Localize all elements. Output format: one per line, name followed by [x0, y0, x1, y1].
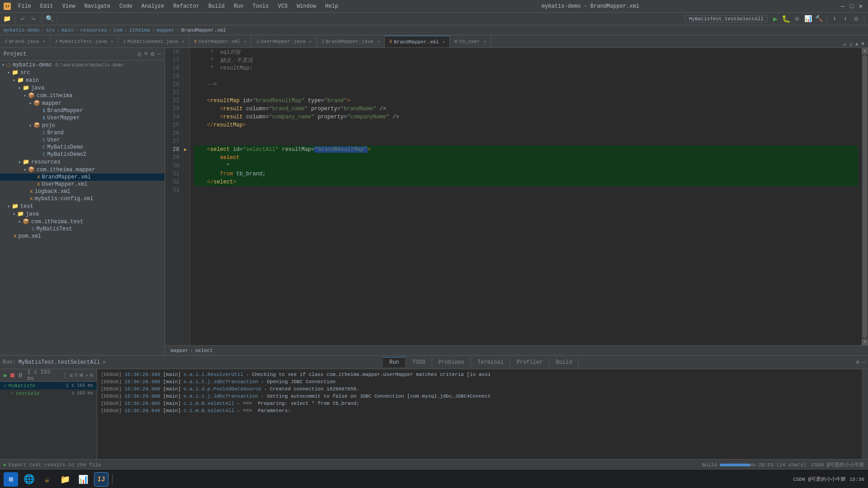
log-scrollbar[interactable] — [862, 369, 868, 459]
run-button[interactable]: ▶ — [770, 14, 780, 23]
git-push-btn[interactable]: ⬆ — [840, 15, 850, 23]
tree-item-mybatisdemo2[interactable]: C MyBatisDemo2 — [0, 151, 165, 158]
rerun-icon[interactable]: ▶ — [4, 371, 7, 379]
bottom-tab-terminal[interactable]: Terminal — [471, 357, 510, 367]
taskbar-windows-btn[interactable]: ⊞ — [4, 472, 18, 487]
scroll-up[interactable]: ▲ — [855, 41, 859, 47]
tab-close-brand-java[interactable]: ✕ — [42, 39, 45, 44]
run-settings-icon[interactable]: ⚙ — [90, 372, 93, 379]
sidebar-close-btn[interactable]: — — [157, 50, 161, 58]
bc-file[interactable]: BrandMapper.xml — [181, 28, 226, 33]
debug-button[interactable]: 🐛 — [781, 14, 791, 23]
bc-com[interactable]: com — [113, 28, 123, 33]
tree-item-brand-class[interactable]: C Brand — [0, 129, 165, 136]
panel-minimize-icon[interactable]: — — [862, 359, 865, 366]
profile-button[interactable]: 📊 — [803, 15, 813, 23]
bottom-tab-todo[interactable]: TODO — [406, 357, 432, 367]
menu-run[interactable]: Run — [230, 2, 247, 10]
stop-icon[interactable]: ⏹ — [9, 372, 15, 379]
toolbar-undo-btn[interactable]: ↩ — [18, 15, 28, 23]
run-sort-icon[interactable]: ⇅ — [70, 372, 73, 379]
menu-help[interactable]: Help — [321, 2, 342, 10]
minimize-button[interactable]: — — [839, 3, 846, 10]
close-button[interactable]: ✕ — [857, 3, 864, 10]
tree-item-mybatis-demo[interactable]: ▾ ⬡ mybatis-demo D:\workspace\mybatis-de… — [0, 61, 165, 69]
menu-navigate[interactable]: Navigate — [80, 2, 114, 10]
tree-item-test-java[interactable]: ▾ 📁 java — [0, 210, 165, 218]
bc-itheima[interactable]: itheima — [129, 28, 150, 33]
tab-close-usermapper-java[interactable]: ✕ — [309, 39, 312, 44]
tree-item-test[interactable]: ▾ 📁 test — [0, 202, 165, 210]
menu-view[interactable]: View — [59, 2, 79, 10]
menu-file[interactable]: File — [14, 2, 35, 10]
git-update-btn[interactable]: ⬇ — [830, 15, 840, 23]
bottom-tab-run[interactable]: Run — [383, 357, 406, 367]
bottom-tab-profiler[interactable]: Profiler — [510, 357, 550, 367]
maximize-button[interactable]: □ — [848, 3, 855, 10]
bc-main[interactable]: main — [61, 28, 73, 33]
tree-item-mapper-pkg[interactable]: ▾ 📦 mapper — [0, 99, 165, 107]
tab-brand-java[interactable]: J Brand.java ✕ — [0, 36, 50, 47]
toolbar-open-btn[interactable]: 📁 — [2, 15, 12, 23]
tab-mybatisdemo2-java[interactable]: J MyBatisDemo2.java ✕ — [118, 36, 189, 47]
taskbar-chrome-btn[interactable]: 🌐 — [22, 472, 36, 487]
bc-src[interactable]: src — [46, 28, 55, 33]
tab-close-tb-user[interactable]: ✕ — [484, 39, 486, 44]
menu-tools[interactable]: Tools — [249, 2, 273, 10]
tab-mybatistest-java[interactable]: J MyBatisTest.java ✕ — [50, 36, 118, 47]
tree-item-resources[interactable]: ▾ 📁 resources — [0, 158, 165, 166]
tab-close-brandmapper-xml[interactable]: ✕ — [442, 39, 445, 45]
tab-close-mybatisdemo2[interactable]: ✕ — [182, 39, 184, 44]
tree-item-mybatistest[interactable]: C MyBatisTest — [0, 225, 165, 233]
run-close-icon[interactable]: ✕ — [103, 359, 106, 366]
tree-item-com-itheima-mapper[interactable]: ▾ 📦 com.itheima.mapper — [0, 166, 165, 174]
tab-close-mybatistest[interactable]: ✕ — [111, 39, 113, 44]
tree-item-mybatisdemo[interactable]: C MyBatisDemo — [0, 144, 165, 151]
settings-btn[interactable]: ⚙ — [851, 15, 861, 23]
toolbar-redo-btn[interactable]: ↪ — [28, 15, 38, 23]
bc-resources[interactable]: resources — [80, 28, 107, 33]
scroll-down-btn[interactable]: ▼ — [862, 339, 868, 345]
tree-item-com-itheima[interactable]: ▾ 📦 com.itheima — [0, 92, 165, 99]
run-more-options[interactable]: ⋮ — [62, 372, 68, 379]
tab-close-usermapper-xml[interactable]: ✕ — [244, 39, 246, 44]
bottom-tab-build[interactable]: Build — [549, 357, 579, 367]
panel-settings-icon[interactable]: ⚙ — [856, 359, 859, 366]
tree-item-brandmapper-if[interactable]: I BrandMapper — [0, 107, 165, 114]
tree-item-usermapper-if[interactable]: I UserMapper — [0, 114, 165, 122]
code-content[interactable]: * sql片段 * 缺点：不灵活 * resultMap: --> <resul… — [190, 48, 862, 345]
pause-icon[interactable]: ⏸ — [17, 372, 24, 379]
run-item-testsele[interactable]: ✓ testSele s 193 ms — [0, 389, 97, 397]
taskbar-java-btn[interactable]: ☕ — [40, 472, 54, 487]
sidebar-collapse-btn[interactable]: ≡ — [144, 50, 148, 58]
menu-window[interactable]: Window — [293, 2, 320, 10]
scroll-up-btn[interactable]: ▲ — [862, 48, 868, 54]
tree-item-pojo[interactable]: ▾ 📦 pojo — [0, 122, 165, 129]
build-button[interactable]: 🔨 — [814, 15, 824, 23]
right-scrollbar[interactable]: ▲ ▼ — [862, 48, 868, 345]
menu-refactor[interactable]: Refactor — [170, 2, 203, 10]
toolbar-search-btn[interactable]: 🔍 — [44, 15, 54, 23]
menu-vcs[interactable]: VCS — [274, 2, 292, 10]
sidebar-locate-btn[interactable]: ◎ — [137, 50, 141, 58]
run-status-icon[interactable]: ▶ — [4, 462, 7, 468]
tree-item-pom-xml[interactable]: X pom.xml — [0, 233, 165, 240]
run-item-mybatiste[interactable]: ✓ MyBatisTe 1 s 193 ms — [0, 382, 97, 389]
coverage-button[interactable]: ⚙ — [792, 15, 802, 23]
bottom-tab-problems[interactable]: Problems — [432, 357, 472, 367]
run-config-selector[interactable]: MyBatisTest.testSelectAll — [685, 15, 768, 23]
menu-code[interactable]: Code — [116, 2, 136, 10]
tree-item-com-itheima-test[interactable]: ▾ 📦 com.itheima.test — [0, 218, 165, 225]
tree-item-logback-xml[interactable]: X logback.xml — [0, 188, 165, 195]
run-filter-icon[interactable]: ▽ — [75, 372, 78, 379]
taskbar-ppt-btn[interactable]: 📊 — [76, 472, 90, 487]
scroll-down[interactable]: ▼ — [861, 41, 864, 47]
tab-brandmapper-xml[interactable]: X BrandMapper.xml ✕ — [385, 36, 450, 47]
tree-item-mybatis-config-xml[interactable]: X mybatis-config.xml — [0, 195, 165, 202]
tab-brandmapper-java[interactable]: J BrandMapper.java ✕ — [317, 36, 385, 47]
menu-analyze[interactable]: Analyze — [138, 2, 168, 10]
tree-item-brandmapper-xml[interactable]: X BrandMapper.xml — [0, 174, 165, 181]
tab-close-brandmapper-java[interactable]: ✕ — [377, 39, 380, 44]
run-export-icon[interactable]: ↗ — [85, 372, 88, 379]
tree-item-main[interactable]: ▾ 📁 main — [0, 76, 165, 84]
